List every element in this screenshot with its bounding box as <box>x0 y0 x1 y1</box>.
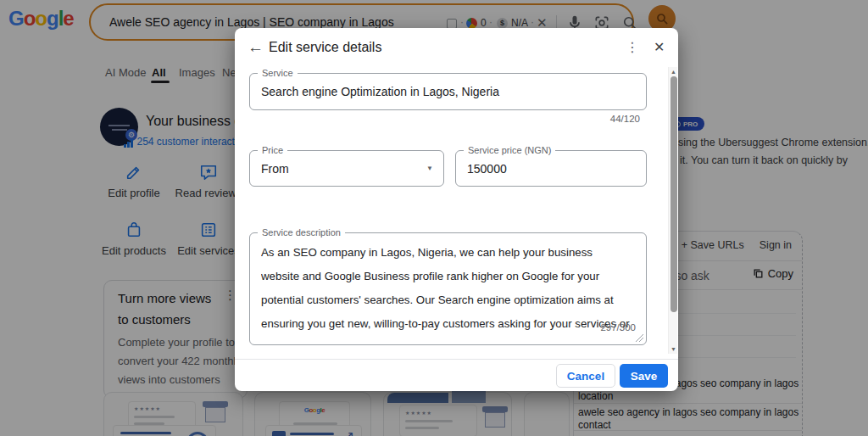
dialog-title: Edit service details <box>269 40 381 55</box>
resize-handle[interactable] <box>636 334 643 342</box>
price-amount-field: Service price (NGN) <box>455 150 647 187</box>
price-amount-input[interactable] <box>467 151 635 186</box>
back-button[interactable]: ← <box>248 38 264 57</box>
scroll-down-icon[interactable]: ▼ <box>669 346 678 352</box>
page-root: Google · 0 · $ N/A · ✕ AI Mode All Image… <box>0 0 868 436</box>
close-icon[interactable]: ✕ <box>654 39 665 55</box>
edit-service-dialog: ← Edit service details ⋮ ✕ Service 44/12… <box>235 28 678 391</box>
chevron-down-icon: ▼ <box>426 165 433 172</box>
save-button[interactable]: Save <box>620 364 668 388</box>
footer-divider <box>235 359 678 360</box>
price-type-select[interactable]: Price From ▼ <box>249 150 444 187</box>
cancel-button[interactable]: Cancel <box>556 364 615 388</box>
service-field: Service <box>249 73 647 110</box>
service-char-counter: 44/120 <box>249 114 640 124</box>
description-field: Service description As an SEO company in… <box>249 232 647 345</box>
modal-scrollbar[interactable]: ▲ ▼ <box>668 67 677 354</box>
scroll-up-icon[interactable]: ▲ <box>669 69 678 75</box>
more-options-icon[interactable]: ⋮ <box>626 39 639 55</box>
price-type-value: From <box>261 151 289 186</box>
service-input[interactable] <box>261 74 635 109</box>
scrollbar-thumb[interactable] <box>670 76 677 312</box>
description-char-counter: 297/300 <box>600 322 636 333</box>
description-input[interactable]: As an SEO company in Lagos, Nigeria, we … <box>261 241 632 338</box>
description-label: Service description <box>258 227 345 238</box>
